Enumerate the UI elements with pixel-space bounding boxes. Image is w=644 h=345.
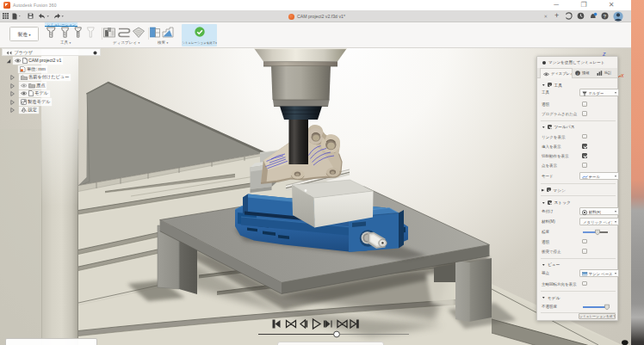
tab-close-icon[interactable]: ✕ bbox=[543, 14, 548, 19]
recent-clock-icon[interactable] bbox=[577, 11, 585, 22]
checkbox-programmed-point[interactable] bbox=[582, 111, 587, 116]
precision-slider[interactable] bbox=[582, 229, 609, 236]
browser-item-origin[interactable]: 原点 bbox=[10, 82, 46, 89]
row-label: 点を表示 bbox=[542, 163, 557, 168]
minimize-button[interactable]: ─ bbox=[543, 0, 569, 9]
webcam-overlay-strip bbox=[631, 0, 644, 345]
mode-dropdown[interactable]: テール bbox=[579, 172, 619, 180]
row-label: モード bbox=[542, 174, 554, 178]
browser-item-named-views[interactable]: 名前を付けたビュー bbox=[10, 74, 71, 82]
expander-collapsed-icon[interactable] bbox=[10, 108, 15, 113]
group-label-text: 工具 bbox=[60, 40, 68, 45]
visibility-eye-icon[interactable] bbox=[21, 83, 28, 88]
section-model[interactable]: ▼モデル bbox=[542, 294, 560, 300]
workspace-caret-icon: ▾ bbox=[29, 33, 31, 37]
notifications-bell-icon[interactable] bbox=[589, 11, 598, 22]
close-simulation-button[interactable]: シミュレーションを終了 bbox=[579, 313, 616, 320]
expander-collapsed-icon[interactable] bbox=[10, 100, 15, 105]
play-icon[interactable] bbox=[313, 319, 321, 329]
checkbox-spindle-direction[interactable] bbox=[582, 281, 587, 286]
checkbox-show-links[interactable] bbox=[582, 134, 587, 139]
section-checkbox[interactable] bbox=[548, 200, 552, 205]
collapse-browser-icon[interactable] bbox=[6, 51, 12, 55]
browser-item-root[interactable]: CAM project2 v1 bbox=[6, 57, 63, 65]
browser-item-mfg-model[interactable]: 製造モデル bbox=[10, 98, 52, 106]
timeline-handle[interactable] bbox=[334, 331, 340, 337]
job-status-icon[interactable] bbox=[565, 11, 573, 22]
display-icons-group[interactable] bbox=[103, 27, 146, 39]
tab-label: ディスプレイ bbox=[551, 71, 573, 76]
viewpoint-dropdown[interactable]: マシン ベース bbox=[579, 269, 619, 277]
file-menu-icon[interactable] bbox=[12, 11, 21, 22]
dialog-header[interactable]: マシンを使用してシミュレート bbox=[537, 57, 617, 68]
close-button[interactable]: ✕ bbox=[598, 0, 624, 9]
divider bbox=[541, 258, 616, 259]
section-checkbox[interactable] bbox=[548, 83, 552, 87]
statistics-icon bbox=[597, 71, 603, 76]
section-title: ビュー bbox=[548, 262, 560, 267]
workspace-selector[interactable]: 製造 ▾ bbox=[9, 27, 39, 41]
finish-simulation-button[interactable]: シミュレーションを終了▾ bbox=[182, 24, 217, 47]
profile-avatar[interactable] bbox=[613, 11, 623, 22]
tool-group-label[interactable]: 工具 ▾ bbox=[60, 40, 71, 45]
tab-display[interactable]: ディスプレイ bbox=[540, 68, 573, 78]
machine-base-icon bbox=[582, 272, 588, 276]
section-stock[interactable]: ▼ストック bbox=[542, 200, 571, 206]
new-tab-button[interactable]: + bbox=[554, 11, 559, 20]
divider bbox=[148, 28, 149, 40]
go-to-end-icon[interactable] bbox=[350, 320, 359, 329]
go-to-start-icon[interactable] bbox=[273, 320, 281, 329]
checkbox-show-leads[interactable] bbox=[582, 144, 587, 149]
holder-icon bbox=[582, 91, 587, 96]
tool-dropdown[interactable]: ホルダー bbox=[579, 89, 619, 96]
tab-statistics[interactable]: 統計 bbox=[595, 68, 617, 78]
section-tool[interactable]: ▼工具 bbox=[542, 82, 562, 88]
expander-collapsed-icon[interactable] bbox=[10, 75, 15, 80]
inspect-icons-group[interactable] bbox=[150, 27, 176, 39]
visibility-eye-icon[interactable] bbox=[21, 91, 28, 95]
checkbox-show-points[interactable] bbox=[582, 163, 587, 168]
checkbox-transparent[interactable] bbox=[582, 102, 587, 107]
section-machine[interactable]: ▶マシン bbox=[542, 187, 566, 193]
previous-operation-icon[interactable] bbox=[287, 321, 296, 328]
tab-info[interactable]: i 情報 bbox=[573, 68, 594, 78]
display-group-label[interactable]: ディスプレイ ▾ bbox=[113, 40, 139, 45]
app-grid-icon[interactable] bbox=[3, 11, 9, 22]
step-back-icon[interactable] bbox=[300, 320, 307, 328]
section-checkbox[interactable] bbox=[548, 125, 552, 129]
section-title: 工具 bbox=[554, 83, 562, 88]
browser-item-setups[interactable]: 設定 bbox=[10, 107, 39, 114]
browser-item-model[interactable]: モデル bbox=[10, 90, 50, 98]
next-operation-icon[interactable] bbox=[337, 321, 347, 328]
tool-icons-group[interactable] bbox=[45, 27, 98, 39]
coloring-dropdown[interactable]: 材料(R) bbox=[579, 207, 619, 215]
browser-dot-icon[interactable] bbox=[93, 51, 97, 55]
opacity-slider[interactable] bbox=[582, 304, 610, 311]
maximize-button[interactable]: ❐ bbox=[571, 0, 597, 9]
section-view[interactable]: ▼ビュー bbox=[542, 262, 560, 268]
expander-expanded-icon[interactable] bbox=[6, 59, 11, 64]
inspect-group-label[interactable]: 検査 ▾ bbox=[158, 40, 168, 45]
tab-label: 情報 bbox=[582, 71, 590, 75]
save-icon[interactable] bbox=[28, 11, 34, 22]
checkbox-stock-transparent[interactable] bbox=[582, 239, 587, 244]
step-forward-icon[interactable] bbox=[325, 320, 331, 328]
visibility-eye-icon[interactable] bbox=[15, 59, 22, 63]
section-checkbox[interactable] bbox=[547, 188, 551, 192]
checkbox-show-cutting[interactable] bbox=[582, 153, 587, 158]
fusion-logo-icon bbox=[3, 2, 10, 9]
section-caret-icon: ▼ bbox=[542, 200, 546, 204]
redo-icon[interactable] bbox=[53, 11, 65, 22]
browser-item-units[interactable]: 単位: mm bbox=[18, 65, 47, 73]
navigation-bar[interactable] bbox=[277, 342, 384, 345]
section-toolpath[interactable]: ▼ツールパス bbox=[542, 124, 574, 130]
expander-collapsed-icon[interactable] bbox=[10, 83, 15, 89]
checkbox-stop-on-collision[interactable] bbox=[582, 249, 587, 254]
simulation-timeline[interactable] bbox=[255, 330, 413, 340]
document-tab[interactable]: CAM project2 v2.f3d v1* ✕ bbox=[275, 11, 552, 22]
expander-collapsed-icon[interactable] bbox=[10, 91, 15, 96]
help-icon[interactable]: ? bbox=[601, 11, 609, 22]
material-dropdown[interactable]: メタリック ペイン bbox=[579, 218, 619, 225]
browser-header[interactable]: ブラウザ bbox=[2, 48, 101, 57]
undo-icon[interactable] bbox=[38, 11, 50, 22]
